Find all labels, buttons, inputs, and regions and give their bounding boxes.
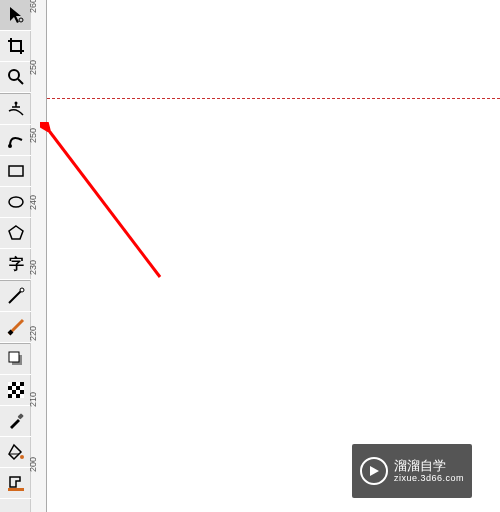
fill-icon — [6, 442, 26, 462]
freehand-tool[interactable] — [0, 281, 31, 312]
watermark-subtitle: zixue.3d66.com — [394, 473, 464, 484]
rectangle-tool[interactable] — [0, 156, 31, 187]
node-icon — [6, 99, 26, 119]
svg-rect-18 — [12, 394, 16, 398]
svg-text:字: 字 — [9, 255, 24, 272]
outline-tool[interactable] — [0, 468, 31, 499]
toolbox: 字 — [0, 0, 31, 512]
guide-line-horizontal — [47, 98, 500, 99]
svg-point-8 — [20, 288, 24, 292]
freehand-icon — [6, 286, 26, 306]
eyedropper-tool[interactable] — [0, 406, 31, 437]
pointer-tool[interactable] — [0, 0, 31, 31]
svg-rect-20 — [17, 413, 23, 419]
svg-marker-6 — [9, 226, 23, 239]
svg-point-2 — [14, 102, 17, 105]
svg-point-3 — [8, 144, 12, 148]
svg-point-21 — [20, 455, 24, 459]
ruler-tick-label: 250 — [28, 128, 38, 143]
curve-tool[interactable] — [0, 125, 31, 156]
text-icon: 字 — [6, 254, 26, 274]
eyedropper-icon — [6, 411, 26, 431]
brush-tool[interactable] — [0, 312, 31, 343]
transparency-tool[interactable] — [0, 375, 31, 406]
transparency-icon — [6, 380, 26, 400]
polygon-icon — [6, 223, 26, 243]
ruler-tick-label: 220 — [28, 326, 38, 341]
svg-rect-10 — [9, 352, 19, 362]
magnify-tool[interactable] — [0, 62, 31, 93]
polygon-tool[interactable] — [0, 218, 31, 249]
vertical-ruler: 260 250 250 240 230 220 210 200 — [31, 0, 47, 512]
ruler-tick-label: 210 — [28, 392, 38, 407]
svg-rect-15 — [20, 386, 24, 390]
node-tool[interactable] — [0, 94, 31, 125]
canvas-area[interactable] — [47, 0, 500, 512]
curve-icon — [6, 130, 26, 150]
svg-rect-13 — [16, 382, 20, 386]
ruler-tick-label: 200 — [28, 457, 38, 472]
rectangle-icon — [6, 161, 26, 181]
svg-rect-22 — [8, 488, 24, 491]
fill-tool[interactable] — [0, 437, 31, 468]
svg-rect-4 — [9, 166, 23, 176]
svg-point-5 — [9, 197, 23, 207]
ruler-tick-label: 230 — [28, 260, 38, 275]
ruler-tick-label: 250 — [28, 60, 38, 75]
ellipse-icon — [6, 192, 26, 212]
svg-rect-12 — [8, 382, 12, 386]
pointer-icon — [6, 5, 26, 25]
svg-rect-16 — [8, 390, 12, 394]
svg-rect-17 — [16, 390, 20, 394]
watermark-title: 溜溜自学 — [394, 458, 464, 474]
watermark: 溜溜自学 zixue.3d66.com — [352, 444, 472, 498]
text-tool[interactable]: 字 — [0, 249, 31, 280]
dropshadow-tool[interactable] — [0, 344, 31, 375]
ruler-tick-label: 260 — [28, 0, 38, 13]
play-icon — [360, 457, 388, 485]
crop-tool[interactable] — [0, 31, 31, 62]
svg-rect-14 — [12, 386, 16, 390]
crop-icon — [6, 36, 26, 56]
ruler-tick-label: 240 — [28, 195, 38, 210]
svg-rect-19 — [20, 394, 24, 398]
magnify-icon — [6, 67, 26, 87]
svg-point-0 — [19, 18, 23, 22]
svg-marker-25 — [370, 466, 379, 476]
outline-icon — [6, 473, 26, 493]
layers-icon — [6, 349, 26, 369]
brush-icon — [6, 317, 26, 337]
svg-point-1 — [9, 70, 19, 80]
ellipse-tool[interactable] — [0, 187, 31, 218]
